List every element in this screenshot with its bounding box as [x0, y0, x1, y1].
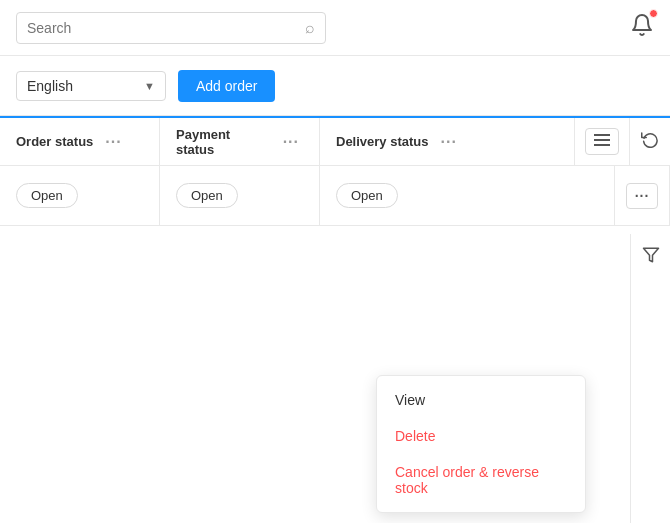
delivery-status-badge: Open — [336, 183, 398, 208]
table-header: Order status ··· Payment status ··· Deli… — [0, 118, 670, 166]
sub-header: English ▼ Add order — [0, 56, 670, 116]
top-bar: ⌕ — [0, 0, 670, 56]
col-delivery-status-header: Delivery status ··· — [320, 118, 575, 165]
refresh-button[interactable] — [641, 130, 659, 153]
col-order-status-header: Order status ··· — [0, 118, 160, 165]
delivery-status-options-button[interactable]: ··· — [437, 133, 461, 151]
context-menu: View Delete Cancel order & reverse stock — [376, 375, 586, 513]
context-menu-view[interactable]: View — [377, 382, 585, 418]
language-label: English — [27, 78, 73, 94]
context-menu-delete[interactable]: Delete — [377, 418, 585, 454]
right-panel — [630, 234, 670, 523]
col-payment-status-header: Payment status ··· — [160, 118, 320, 165]
search-container[interactable]: ⌕ — [16, 12, 326, 44]
chevron-down-icon: ▼ — [144, 80, 155, 92]
svg-marker-3 — [643, 248, 658, 262]
payment-status-options-button[interactable]: ··· — [279, 133, 303, 151]
table-area: Order status ··· Payment status ··· Deli… — [0, 116, 670, 226]
filter-button[interactable] — [642, 246, 660, 269]
delivery-status-label: Delivery status — [336, 134, 429, 149]
order-status-label: Order status — [16, 134, 93, 149]
refresh-icon — [641, 130, 659, 148]
language-selector[interactable]: English ▼ — [16, 71, 166, 101]
delivery-status-cell: Open — [320, 166, 615, 225]
payment-status-label: Payment status — [176, 127, 271, 157]
filter-icon — [642, 246, 660, 264]
search-input[interactable] — [27, 20, 305, 36]
bell-icon-container[interactable] — [630, 13, 654, 43]
hamburger-icon — [594, 133, 610, 147]
payment-status-cell: Open — [160, 166, 320, 225]
row-more-button[interactable]: ··· — [626, 183, 659, 209]
order-status-badge: Open — [16, 183, 78, 208]
order-status-cell: Open — [0, 166, 160, 225]
search-icon[interactable]: ⌕ — [305, 19, 315, 37]
col-actions-header — [575, 118, 630, 165]
context-menu-cancel-order[interactable]: Cancel order & reverse stock — [377, 454, 585, 506]
col-extra-header — [630, 118, 670, 165]
table-row: Open Open Open ··· — [0, 166, 670, 226]
order-status-options-button[interactable]: ··· — [101, 133, 125, 151]
payment-status-badge: Open — [176, 183, 238, 208]
notification-badge — [649, 9, 658, 18]
row-actions-cell: ··· — [615, 166, 670, 225]
hamburger-button[interactable] — [585, 128, 619, 155]
add-order-button[interactable]: Add order — [178, 70, 275, 102]
